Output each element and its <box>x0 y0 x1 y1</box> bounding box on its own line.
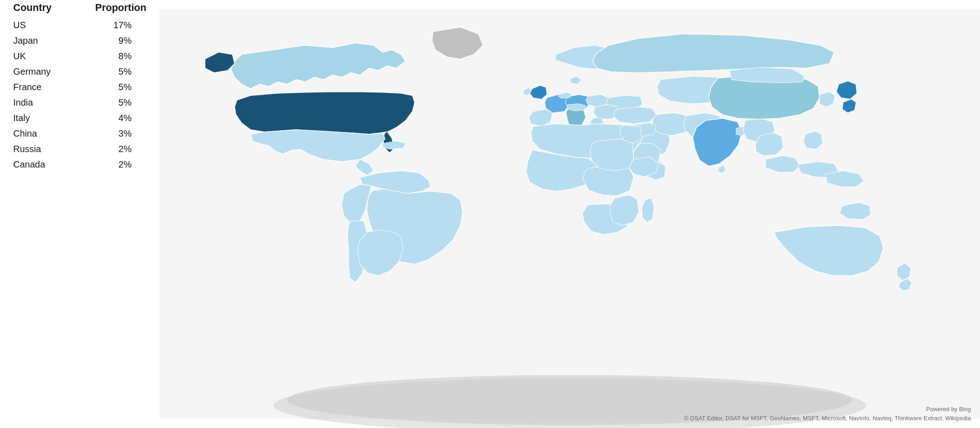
legend-row: China 3% <box>13 126 150 141</box>
legend-table: Country Proportion US 17% Japan 9% UK 8%… <box>13 2 150 172</box>
legend-country: Canada <box>13 157 68 172</box>
attribution-line1: Powered by Bing <box>684 405 971 414</box>
legend-country: China <box>13 126 68 141</box>
legend-proportion: 8% <box>95 48 132 64</box>
legend-country: France <box>13 79 68 95</box>
legend-proportion: 17% <box>95 17 132 33</box>
legend-proportion: 4% <box>95 110 132 126</box>
legend-country: Germany <box>13 64 68 79</box>
attribution: Powered by Bing © DSAT Editor, DSAT for … <box>684 405 971 423</box>
legend-proportion: 3% <box>95 126 132 141</box>
legend-row: Germany 5% <box>13 64 150 79</box>
main-container: Country Proportion US 17% Japan 9% UK 8%… <box>0 0 980 428</box>
legend-row: Canada 2% <box>13 157 150 172</box>
legend-row: US 17% <box>13 17 150 33</box>
legend-proportion: 5% <box>95 79 132 95</box>
legend-row: France 5% <box>13 79 150 95</box>
legend-row: India 5% <box>13 95 150 110</box>
legend-country: Japan <box>13 33 68 48</box>
legend-country: UK <box>13 48 68 64</box>
legend-proportion: 5% <box>95 95 132 110</box>
legend-row: Russia 2% <box>13 141 150 157</box>
legend-rows: US 17% Japan 9% UK 8% Germany 5% France … <box>13 17 150 172</box>
map-container <box>159 0 980 428</box>
legend-country: Italy <box>13 110 68 126</box>
legend-country: US <box>13 17 68 33</box>
legend-proportion: 9% <box>95 33 132 48</box>
legend-header: Country Proportion <box>13 2 150 14</box>
header-proportion: Proportion <box>95 2 132 14</box>
world-map <box>159 0 980 428</box>
legend-row: Japan 9% <box>13 33 150 48</box>
header-country: Country <box>13 2 68 14</box>
legend-proportion: 2% <box>95 157 132 172</box>
legend-country: India <box>13 95 68 110</box>
legend-country: Russia <box>13 141 68 157</box>
legend-proportion: 2% <box>95 141 132 157</box>
legend-proportion: 5% <box>95 64 132 79</box>
legend-row: Italy 4% <box>13 110 150 126</box>
attribution-line2: © DSAT Editor, DSAT for MSFT, GeoNames, … <box>684 414 971 423</box>
legend-row: UK 8% <box>13 48 150 64</box>
